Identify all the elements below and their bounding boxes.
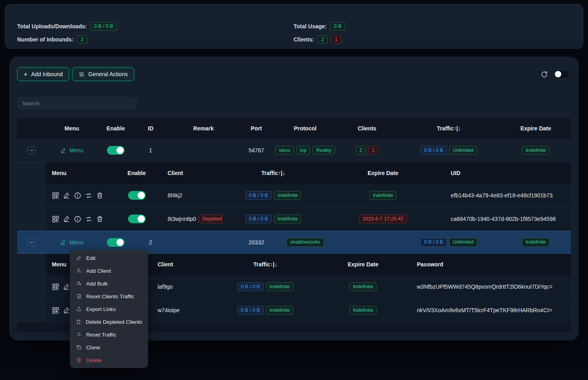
- dark-mode-toggle[interactable]: [554, 70, 570, 79]
- row-menu-label: Menu: [69, 239, 83, 246]
- inbound-protocols: shadowsocks: [273, 238, 337, 247]
- edit-icon: [76, 255, 82, 261]
- qr-code-icon[interactable]: [52, 307, 59, 314]
- context-menu-label: Reset Clients Traffic: [86, 293, 134, 299]
- reset-traffic-icon[interactable]: [85, 215, 93, 223]
- header-remark: Remark: [168, 125, 239, 132]
- clients-subtable-header: Menu Enable Client Traffic↑|↓ Expire Dat…: [46, 162, 571, 184]
- collapse-row-button[interactable]: −: [28, 146, 36, 154]
- client-expire-badge: Indefinite: [369, 191, 397, 200]
- subheader-client: Client: [148, 261, 215, 268]
- depleted-badge: Depleted: [199, 215, 223, 223]
- info-icon[interactable]: [74, 192, 81, 199]
- protocol-badge: vless: [275, 146, 294, 155]
- inbound-port: 54767: [239, 147, 273, 154]
- delete-client-icon[interactable]: [96, 215, 103, 222]
- context-menu-item-edit[interactable]: Edit: [70, 252, 148, 264]
- export-links-icon: [76, 306, 82, 312]
- row-menu-label: Menu: [69, 147, 83, 154]
- clients-subtable-vless: Menu Enable Client Traffic↑|↓ Expire Dat…: [46, 162, 571, 231]
- client-traffic-limit-badge: Indefinite: [274, 215, 302, 223]
- client-name: laf9go: [148, 284, 215, 290]
- inbound-context-menu: Edit Add Client Add Bulk Reset Clients T…: [70, 250, 148, 368]
- context-menu-item-delete[interactable]: Delete: [70, 354, 148, 366]
- client-password: w3NfbzUPf5WWd745Q8pvsmQrdrttT2lO6knuI7Di…: [411, 284, 571, 290]
- context-menu-item-reset-clients-traffic[interactable]: Reset Clients Traffic: [70, 290, 148, 303]
- refresh-icon[interactable]: [541, 71, 548, 78]
- delete-depleted-clients-icon: [76, 319, 81, 325]
- subheader-client: Client: [152, 170, 223, 176]
- context-menu-label: Delete: [86, 357, 102, 363]
- qr-code-icon[interactable]: [52, 283, 59, 291]
- context-menu-label: Edit: [86, 255, 95, 261]
- stat-uploads-downloads: Total Uploads/Downloads: 0 B / 0 B: [17, 22, 117, 31]
- row-menu-button[interactable]: Menu: [60, 147, 83, 154]
- inbound-traffic: 0 B / 0 B Unlimited: [397, 146, 501, 155]
- clients-depleted-count: 1: [331, 35, 341, 44]
- info-icon[interactable]: [74, 215, 81, 223]
- context-menu-item-export-links[interactable]: Export Links: [70, 303, 148, 315]
- edit-client-icon[interactable]: [63, 307, 70, 314]
- stat-clients: Clients: 2 1: [294, 35, 345, 44]
- reset-traffic-icon[interactable]: [85, 192, 93, 199]
- toolbar-right: [541, 70, 570, 79]
- client-expire-badge: 2023-5-7 17:25:42: [359, 215, 407, 223]
- client-password: nkV/I/3XoAm9v6xMT/T5lcrF4TpeTKF98rHARbRo…: [411, 307, 571, 313]
- protocol-badge: tcp: [296, 146, 310, 155]
- search-input[interactable]: [17, 97, 137, 109]
- enable-toggle[interactable]: [107, 146, 124, 155]
- header-traffic: Traffic↑|↓: [397, 125, 501, 132]
- client-enable-toggle[interactable]: [128, 191, 146, 200]
- clone-icon: [76, 345, 82, 350]
- subheader-enable: Enable: [122, 170, 152, 176]
- context-menu-item-clone[interactable]: Clone: [70, 341, 148, 354]
- context-menu-item-add-client[interactable]: Add Client: [70, 264, 148, 277]
- traffic-limit-badge: Unlimited: [449, 238, 477, 247]
- edit-client-icon[interactable]: [63, 215, 70, 222]
- client-uid: efb14b43-4a79-4e83-ef18-e48cf1901b73: [443, 192, 571, 199]
- number-of-inbounds-label: Number of Inbounds:: [17, 36, 74, 43]
- qr-code-icon[interactable]: [52, 192, 59, 199]
- client-traffic-limit-badge: Indefinite: [266, 282, 294, 291]
- toggle-knob: [555, 71, 561, 77]
- client-name: 8f4kj2: [152, 192, 223, 199]
- toggle-knob: [138, 215, 145, 222]
- total-usage-label: Total Usage:: [294, 23, 327, 30]
- client-traffic-badge: 0 B / 0 B: [245, 191, 272, 200]
- edit-client-icon[interactable]: [63, 283, 70, 290]
- edit-client-icon[interactable]: [63, 192, 70, 199]
- inbounds-table-header: Menu Enable ID Remark Port Protocol Clie…: [17, 118, 571, 139]
- stats-panel: Total Uploads/Downloads: 0 B / 0 B Numbe…: [5, 4, 583, 49]
- inbound-expire: Indefinite: [501, 146, 571, 155]
- collapse-row-button[interactable]: −: [28, 238, 36, 246]
- general-actions-button[interactable]: General Actions: [72, 67, 134, 81]
- enable-toggle[interactable]: [107, 238, 124, 247]
- client-row-8f4kj2: 8f4kj2 0 B / 0 B Indefinite Indefinite e…: [46, 184, 571, 207]
- add-inbound-label: Add Inbound: [31, 71, 63, 77]
- toggle-knob: [138, 192, 145, 199]
- subheader-traffic: Traffic↑|↓: [215, 261, 315, 268]
- client-traffic-limit-badge: Indefinite: [266, 306, 294, 315]
- add-inbound-button[interactable]: + Add Inbound: [17, 67, 69, 81]
- context-menu-label: Delete Depleted Clients: [86, 319, 142, 325]
- subheader-password: Password: [411, 261, 571, 268]
- toggle-knob: [116, 239, 124, 246]
- client-name: 8t3wjnn8p0: [168, 216, 196, 222]
- clients-label: Clients:: [294, 36, 314, 43]
- header-expire-date: Expire Date: [501, 125, 571, 132]
- expire-badge: Indefinite: [522, 238, 550, 247]
- context-menu-item-reset-traffic[interactable]: Reset Traffic: [70, 328, 148, 341]
- delete-client-icon[interactable]: [96, 192, 103, 199]
- subheader-expire-date: Expire Date: [315, 261, 411, 268]
- client-enable-toggle[interactable]: [128, 215, 146, 223]
- clients-active-count: 2: [318, 35, 328, 44]
- row-menu-button[interactable]: Menu: [60, 239, 83, 246]
- client-traffic-badge: 0 B / 0 B: [245, 215, 272, 223]
- stats-right-column: Total Usage: 0 B Clients: 2 1: [294, 22, 345, 44]
- context-menu-item-add-bulk[interactable]: Add Bulk: [70, 277, 148, 290]
- context-menu-item-delete-depleted-clients[interactable]: Delete Depleted Clients: [70, 315, 148, 328]
- context-menu-label: Clone: [86, 345, 100, 350]
- inbound-traffic: 0 B / 0 B Unlimited: [397, 238, 501, 247]
- qr-code-icon[interactable]: [52, 215, 59, 223]
- inbound-row-1: − Menu 1 54767 vless tcp Reality 2 1 0: [17, 139, 571, 162]
